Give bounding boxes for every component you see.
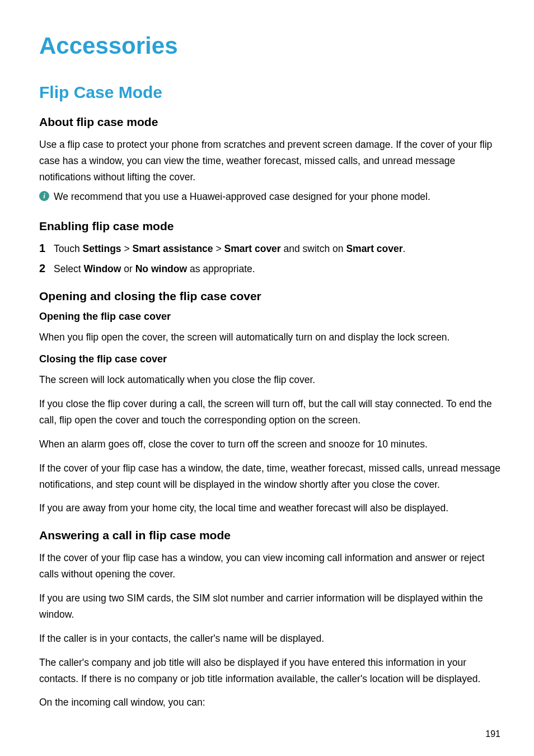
info-icon: i <box>39 191 49 201</box>
paragraph-about: Use a flip case to protect your phone fr… <box>39 137 500 185</box>
minor-heading-closing: Closing the flip case cover <box>39 353 500 365</box>
bold-smart-cover: Smart cover <box>224 243 281 254</box>
list-text: Touch Settings > Smart assistance > Smar… <box>54 241 405 257</box>
list-number: 2 <box>39 262 54 275</box>
list-item: 1 Touch Settings > Smart assistance > Sm… <box>39 241 500 257</box>
minor-heading-opening: Opening the flip case cover <box>39 311 500 323</box>
list-item: 2 Select Window or No window as appropri… <box>39 261 500 277</box>
paragraph-opening: When you flip open the cover, the screen… <box>39 329 500 346</box>
bold-smart-cover-2: Smart cover <box>346 243 402 254</box>
paragraph-closing-1: The screen will lock automatically when … <box>39 372 500 388</box>
bold-no-window: No window <box>135 263 187 274</box>
text-fragment: Touch <box>54 243 83 254</box>
subsection-heading-answering: Answering a call in flip case mode <box>39 529 500 542</box>
text-fragment: or <box>121 263 135 274</box>
text-fragment: . <box>403 243 406 254</box>
subsection-heading-open-close: Opening and closing the flip case cover <box>39 290 500 303</box>
text-fragment: > <box>213 243 224 254</box>
subsection-heading-about: About flip case mode <box>39 115 500 129</box>
list-text: Select Window or No window as appropriat… <box>54 261 255 277</box>
paragraph-answering-2: If you are using two SIM cards, the SIM … <box>39 590 500 623</box>
text-fragment: Select <box>54 263 84 274</box>
page-container: Accessories Flip Case Mode About flip ca… <box>0 0 534 756</box>
paragraph-closing-2: If you close the flip cover during a cal… <box>39 396 500 428</box>
note-row: i We recommend that you use a Huawei-app… <box>39 189 500 205</box>
note-text: We recommend that you use a Huawei-appro… <box>54 189 430 205</box>
bold-settings: Settings <box>83 243 121 254</box>
page-number: 191 <box>485 729 500 739</box>
text-fragment: > <box>121 243 133 254</box>
text-fragment: as appropriate. <box>187 263 255 274</box>
paragraph-closing-4: If the cover of your flip case has a win… <box>39 460 500 493</box>
bold-smart-assistance: Smart assistance <box>133 243 213 254</box>
paragraph-answering-3: If the caller is in your contacts, the c… <box>39 631 500 647</box>
bold-window: Window <box>84 263 121 274</box>
paragraph-answering-4: The caller's company and job title will … <box>39 655 500 687</box>
ordered-list-enabling: 1 Touch Settings > Smart assistance > Sm… <box>39 241 500 278</box>
section-heading-flip-case-mode: Flip Case Mode <box>39 83 500 102</box>
paragraph-closing-5: If you are away from your home city, the… <box>39 500 500 516</box>
page-title: Accessories <box>39 32 500 59</box>
paragraph-answering-5: On the incoming call window, you can: <box>39 694 500 711</box>
subsection-heading-enabling: Enabling flip case mode <box>39 220 500 233</box>
list-number: 1 <box>39 242 54 255</box>
paragraph-closing-3: When an alarm goes off, close the cover … <box>39 436 500 452</box>
paragraph-answering-1: If the cover of your flip case has a win… <box>39 550 500 582</box>
text-fragment: and switch on <box>281 243 346 254</box>
